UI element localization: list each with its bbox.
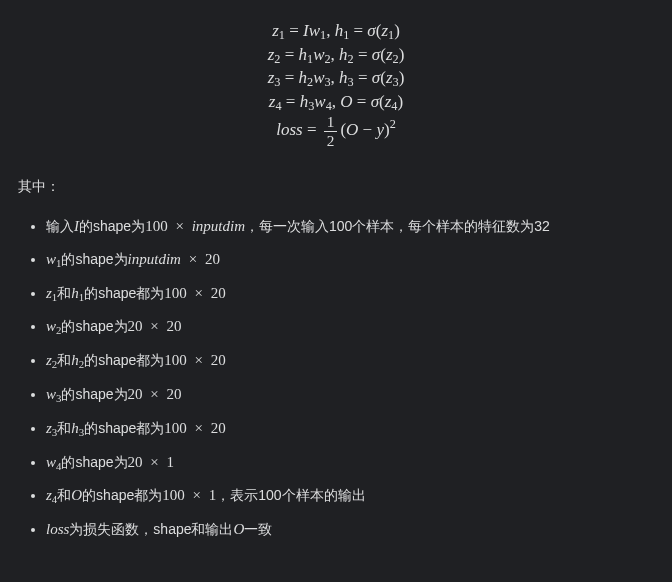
list-item: z2和h2的shape都为100 × 20 [46,350,654,372]
equation-line-5: loss = 12(O − y)2 [18,114,654,148]
list-item: w1的shape为inputdim × 20 [46,249,654,271]
list-item: w3的shape为20 × 20 [46,384,654,406]
equation-line-3: z3 = h2w3, h3 = σ(z3) [18,67,654,91]
equation-line-2: z2 = h1w2, h2 = σ(z2) [18,44,654,68]
fraction-half: 12 [324,114,338,148]
equation-line-1: z1 = Iw1, h1 = σ(z1) [18,20,654,44]
list-item: z4和O的shape都为100 × 1，表示100个样本的输出 [46,485,654,507]
list-item: loss为损失函数，shape和输出O一致 [46,519,654,540]
spec-list: 输入I的shape为100 × inputdim，每一次输入100个样本，每个样… [18,216,654,540]
equation-line-4: z4 = h3w4, O = σ(z4) [18,91,654,115]
list-item: z3和h3的shape都为100 × 20 [46,418,654,440]
list-item: w2的shape为20 × 20 [46,316,654,338]
lead-text: 其中： [18,178,654,196]
list-item: w4的shape为20 × 1 [46,452,654,474]
document-page: z1 = Iw1, h1 = σ(z1) z2 = h1w2, h2 = σ(z… [0,0,672,540]
equation-block: z1 = Iw1, h1 = σ(z1) z2 = h1w2, h2 = σ(z… [18,20,654,148]
list-item: 输入I的shape为100 × inputdim，每一次输入100个样本，每个样… [46,216,654,237]
list-item: z1和h1的shape都为100 × 20 [46,283,654,305]
